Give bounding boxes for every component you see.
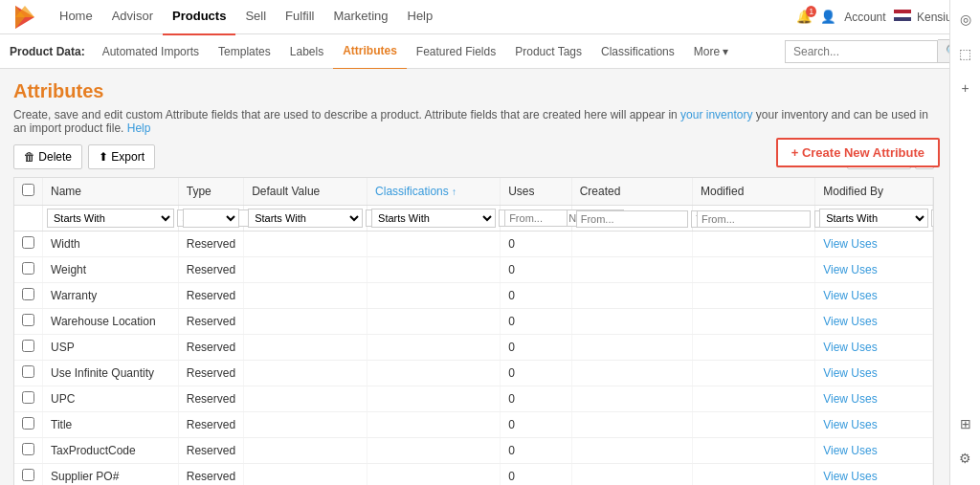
uses-from-input[interactable] [504,209,568,227]
row-name: Supplier PO# [43,464,179,486]
filter-default-value-cell: Starts With [244,206,368,231]
app-logo[interactable] [10,2,40,33]
row-name: Weight [43,257,179,283]
sub-nav-featured-fields[interactable]: Featured Fields [407,34,505,69]
row-checkbox-cell [14,231,43,257]
nav-products[interactable]: Products [163,0,235,35]
notifications-button[interactable]: 🔔 1 [796,10,813,24]
row-checkbox[interactable] [22,469,34,481]
default-value-filter-select[interactable]: Starts With [248,209,363,228]
type-filter-select[interactable] [183,209,239,228]
sub-nav-attributes[interactable]: Attributes [333,33,407,70]
view-uses-link[interactable]: View Uses [823,315,877,328]
export-button[interactable]: ⬆ Export [88,144,155,169]
th-type[interactable]: Type [178,178,243,206]
name-filter-select[interactable]: Starts With [47,209,174,228]
th-classifications[interactable]: Classifications ↑ [368,178,501,206]
sub-nav-more[interactable]: More ▾ [684,34,739,69]
filter-modified-by-cell: Starts With [815,206,933,231]
filter-modified-cell [692,206,814,231]
inventory-link[interactable]: your inventory [680,108,752,121]
search-input[interactable] [785,40,938,63]
row-checkbox[interactable] [22,236,34,249]
filter-classifications-cell: Starts With [368,206,501,231]
row-modified-by: View Uses [815,361,933,386]
row-checkbox[interactable] [22,391,34,404]
account-button[interactable]: Account [844,11,885,24]
nav-sell[interactable]: Sell [235,0,276,35]
row-default-value [244,464,368,486]
view-uses-link[interactable]: View Uses [823,392,877,406]
table-row: Warranty Reserved 0 View Uses [14,283,933,309]
row-checkbox[interactable] [22,262,34,275]
delete-button[interactable]: 🗑 Delete [13,144,82,169]
sidebar-icon-settings[interactable]: ⚙ [954,447,977,470]
nav-fulfill[interactable]: Fulfill [276,0,323,35]
row-created [571,361,692,386]
row-type: Reserved [178,438,243,464]
view-uses-link[interactable]: View Uses [823,418,877,431]
row-uses: 0 [501,412,572,438]
view-uses-link[interactable]: View Uses [823,289,877,302]
row-uses: 0 [501,335,572,361]
nav-marketing[interactable]: Marketing [323,0,397,35]
view-uses-link[interactable]: View Uses [823,237,877,251]
create-new-attribute-button[interactable]: + Create New Attribute [776,138,940,167]
classifications-filter-select[interactable]: Starts With [371,209,496,228]
th-modified[interactable]: Modified [692,178,814,206]
nav-help[interactable]: Help [398,0,443,35]
th-default-value[interactable]: Default Value [244,178,368,206]
row-default-value [244,412,368,438]
row-name: Title [43,412,179,438]
sidebar-icon-plus[interactable]: + [954,77,977,99]
row-checkbox[interactable] [22,417,34,430]
sub-nav-labels[interactable]: Labels [280,34,333,69]
row-type: Reserved [178,309,243,335]
th-modified-by[interactable]: Modified By [815,178,933,206]
row-created [571,231,692,257]
th-uses[interactable]: Uses [501,178,572,206]
row-checkbox[interactable] [22,443,34,455]
row-checkbox[interactable] [22,365,34,378]
row-created [571,257,692,283]
row-type: Reserved [178,464,243,486]
view-uses-link[interactable]: View Uses [823,444,877,457]
th-name[interactable]: Name [43,178,179,206]
nav-home[interactable]: Home [50,0,102,35]
th-created[interactable]: Created [571,178,692,206]
sub-nav-classifications[interactable]: Classifications [591,34,684,69]
page-title: Attributes [13,80,934,102]
sub-nav: Product Data: Automated Imports Template… [0,34,980,69]
modified-by-filter-input[interactable] [931,209,934,227]
sub-nav-automated-imports[interactable]: Automated Imports [93,34,209,69]
view-uses-link[interactable]: View Uses [823,470,877,483]
table-row: UPC Reserved 0 View Uses [14,386,933,412]
view-uses-link[interactable]: View Uses [823,341,877,354]
row-checkbox[interactable] [22,288,34,300]
row-default-value [244,231,368,257]
select-all-checkbox[interactable] [22,184,34,196]
row-type: Reserved [178,231,243,257]
row-checkbox[interactable] [22,340,34,352]
row-type: Reserved [178,386,243,412]
user-profile-button[interactable]: 👤 [820,10,836,24]
view-uses-link[interactable]: View Uses [823,263,877,276]
row-modified [692,231,814,257]
sub-nav-templates[interactable]: Templates [209,34,280,69]
sidebar-icon-1[interactable]: ◎ [954,8,977,31]
row-name: UPC [43,386,179,412]
nav-advisor[interactable]: Advisor [102,0,163,35]
row-checkbox[interactable] [22,314,34,326]
view-uses-link[interactable]: View Uses [823,366,877,380]
row-created [571,335,692,361]
created-from-input[interactable] [576,210,688,228]
modified-from-input[interactable] [697,210,811,228]
sidebar-icon-2[interactable]: ⬚ [954,42,977,65]
help-link[interactable]: Help [127,121,151,135]
row-uses: 0 [501,283,572,309]
page-description: Create, save and edit custom Attribute f… [13,108,934,135]
row-checkbox-cell [14,283,43,309]
modified-by-filter-select[interactable]: Starts With [819,209,928,228]
sidebar-icon-grid[interactable]: ⊞ [954,412,977,435]
sub-nav-product-tags[interactable]: Product Tags [505,34,591,69]
